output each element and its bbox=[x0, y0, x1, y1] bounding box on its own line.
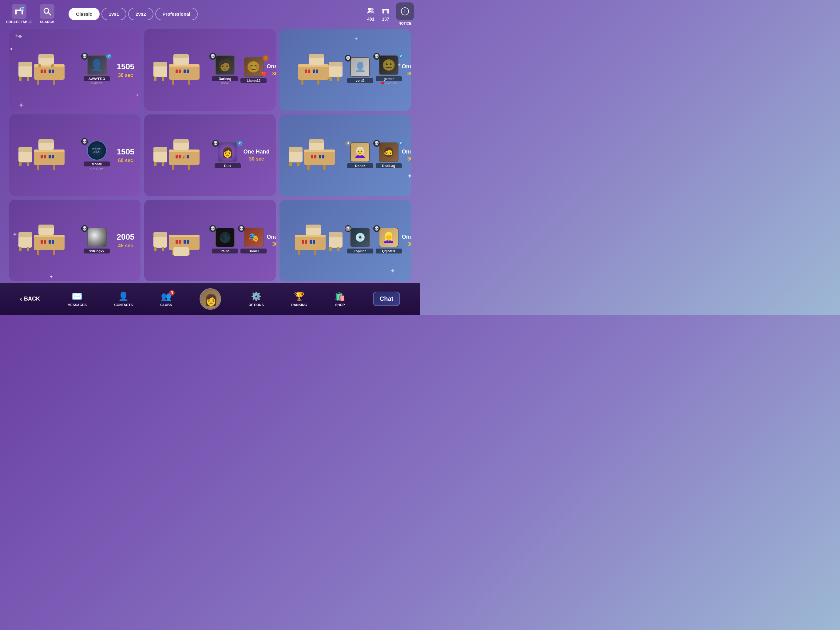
player-name-6b: RealLag bbox=[376, 163, 402, 168]
search-label: SEARCH bbox=[40, 20, 54, 24]
players-area-2: 💀 🧑 Darleng FSDA 1 😊 ❤️ Liamn12 bbox=[212, 55, 267, 85]
svg-rect-59 bbox=[19, 147, 32, 152]
svg-rect-11 bbox=[387, 11, 388, 14]
svg-rect-44 bbox=[329, 65, 343, 77]
tab-professional[interactable]: Professional bbox=[155, 8, 198, 20]
player-avatar-3a: 👤 bbox=[350, 57, 370, 77]
timer-6: 30 sec bbox=[402, 156, 411, 162]
svg-rect-1 bbox=[15, 11, 17, 14]
player-card-3b: 💀 2 😐 gamer MYCLUB bbox=[376, 55, 402, 85]
player-club-2a: FSDA bbox=[212, 82, 238, 85]
svg-rect-23 bbox=[38, 54, 54, 58]
timer-5: 30 sec bbox=[243, 156, 270, 162]
center-player-avatar[interactable]: 👩 bbox=[199, 288, 221, 310]
player-card-7: 💀 xxKingxx bbox=[84, 228, 110, 253]
tab-classic[interactable]: Classic bbox=[69, 8, 99, 20]
svg-rect-103 bbox=[27, 247, 29, 251]
players-area-9: 💀 3 💿 TopOne 💀 👱‍♀️ Qqloterr bbox=[347, 228, 402, 253]
tab-2vs2[interactable]: 2vs2 bbox=[128, 8, 153, 20]
game-type-6: One Hand bbox=[402, 149, 411, 155]
table-scene-2 bbox=[150, 52, 212, 88]
chat-label: Chat bbox=[380, 295, 393, 302]
svg-rect-83 bbox=[178, 155, 181, 158]
game-card-4[interactable]: 💀 IN YOURAREA! Montii OT4EVER 1505 60 se… bbox=[9, 114, 141, 196]
player-card-6b: 💀 2 🧔 RealLag bbox=[376, 142, 402, 168]
svg-rect-130 bbox=[337, 247, 339, 251]
game-card-2[interactable]: 💀 🧑 Darleng FSDA 1 😊 ❤️ Liamn12 One Hand bbox=[144, 29, 275, 111]
svg-rect-89 bbox=[297, 162, 300, 166]
nav-ranking[interactable]: 🏆 RANKING bbox=[291, 291, 307, 307]
game-type-3: One Hand bbox=[402, 63, 411, 70]
skull-badge-8a: 💀 bbox=[209, 225, 216, 232]
svg-rect-128 bbox=[329, 232, 343, 237]
game-card-7[interactable]: 💀 xxKingxx 2005 45 sec bbox=[9, 199, 141, 281]
svg-rect-134 bbox=[314, 250, 316, 255]
count-group: 401 137 bbox=[366, 6, 390, 22]
game-card-6[interactable]: 3 👩‍🦳 Donez 💀 2 🧔 RealLag One Hand 30 se… bbox=[279, 114, 411, 196]
svg-rect-65 bbox=[53, 165, 55, 170]
player-avatar-6a: 👩‍🦳 bbox=[350, 142, 370, 162]
svg-rect-107 bbox=[53, 250, 55, 255]
svg-rect-41 bbox=[178, 70, 181, 73]
svg-rect-33 bbox=[162, 77, 164, 81]
create-table-label: CREATE TABLE bbox=[6, 20, 32, 24]
game-card-3[interactable]: 💀 👤 void2 💀 2 😐 gamer MYCLUB One bbox=[279, 29, 411, 111]
clubs-label: CLUBS bbox=[160, 303, 172, 307]
table-scene-4 bbox=[15, 138, 77, 173]
player-name-5: ELix bbox=[215, 163, 241, 168]
svg-rect-21 bbox=[53, 80, 55, 85]
ranking-icon: 🏆 bbox=[294, 291, 305, 301]
svg-rect-26 bbox=[41, 70, 43, 73]
svg-rect-114 bbox=[153, 235, 167, 248]
shop-icon: 🛍️ bbox=[335, 291, 345, 301]
back-button[interactable]: ‹ BACK bbox=[20, 295, 40, 303]
create-table-button[interactable]: + CREATE TABLE bbox=[6, 4, 32, 24]
tables-icon bbox=[381, 6, 390, 17]
nav-messages[interactable]: ✉️ MESSAGES bbox=[68, 291, 87, 307]
svg-rect-133 bbox=[298, 250, 300, 255]
timer-2: 30 sec bbox=[267, 71, 275, 77]
player-card-5: 💀 2 👩 ELix bbox=[215, 142, 241, 168]
search-button[interactable]: SEARCH bbox=[35, 4, 59, 24]
svg-rect-122 bbox=[174, 247, 189, 256]
game-grid: 💀 2 👤 AWAYFRO DABEST 1505 30 sec bbox=[9, 29, 411, 281]
game-mode-tabs: Classic 1vs1 2vs2 Professional bbox=[69, 8, 197, 20]
table-scene-1 bbox=[15, 52, 77, 88]
svg-rect-60 bbox=[19, 162, 22, 166]
notice-button[interactable]: i NOTICE bbox=[396, 2, 414, 25]
skull-badge-3b: 💀 bbox=[373, 53, 380, 60]
nav-clubs[interactable]: 👥 N CLUBS bbox=[160, 291, 172, 307]
svg-rect-97 bbox=[314, 155, 316, 158]
svg-rect-15 bbox=[19, 62, 32, 66]
game-info-1: 1505 30 sec bbox=[117, 62, 134, 78]
player-club-3b: MYCLUB bbox=[376, 82, 402, 85]
player-card-6a: 3 👩‍🦳 Donez bbox=[347, 142, 373, 168]
tab-1vs1[interactable]: 1vs1 bbox=[101, 8, 126, 20]
players-icon bbox=[366, 6, 375, 17]
timer-7: 45 sec bbox=[117, 243, 134, 249]
nav-options[interactable]: ⚙️ OPTIONS bbox=[248, 291, 264, 307]
nav-contacts[interactable]: 👤 CONTACTS bbox=[114, 291, 133, 307]
game-card-1[interactable]: 💀 2 👤 AWAYFRO DABEST 1505 30 sec bbox=[9, 29, 141, 111]
players-area-3: 💀 👤 void2 💀 2 😐 gamer MYCLUB bbox=[347, 55, 402, 85]
svg-rect-127 bbox=[329, 235, 343, 248]
player-card-8b: 💀 🎭 Daniel bbox=[240, 228, 267, 253]
game-card-8[interactable]: 💀 🌑 Paula 💀 🎭 Daniel One Hand 30 sec bbox=[144, 199, 275, 281]
svg-rect-113 bbox=[52, 240, 54, 244]
svg-rect-99 bbox=[322, 155, 324, 158]
game-info-5: One Hand 30 sec bbox=[243, 149, 270, 162]
player-card-2a: 💀 🧑 Darleng FSDA bbox=[212, 55, 238, 85]
svg-rect-61 bbox=[27, 162, 29, 166]
chat-button[interactable]: Chat bbox=[373, 291, 400, 306]
level-badge-9a: 3 bbox=[345, 226, 351, 231]
svg-rect-129 bbox=[329, 247, 332, 251]
skull-badge-7: 💀 bbox=[81, 225, 88, 232]
game-card-5[interactable]: ♥ 💀 2 👩 ELix One Hand 30 sec bbox=[144, 114, 275, 196]
game-card-9[interactable]: 💀 3 💿 TopOne 💀 👱‍♀️ Qqloterr One Hand 30… bbox=[279, 199, 411, 281]
svg-rect-87 bbox=[289, 147, 303, 152]
svg-rect-82 bbox=[175, 155, 178, 158]
game-info-2: One Hand 30 sec bbox=[267, 63, 275, 77]
svg-rect-39 bbox=[174, 54, 189, 58]
clubs-icon: 👥 N bbox=[161, 291, 172, 301]
nav-shop[interactable]: 🛍️ SHOP bbox=[335, 291, 345, 307]
